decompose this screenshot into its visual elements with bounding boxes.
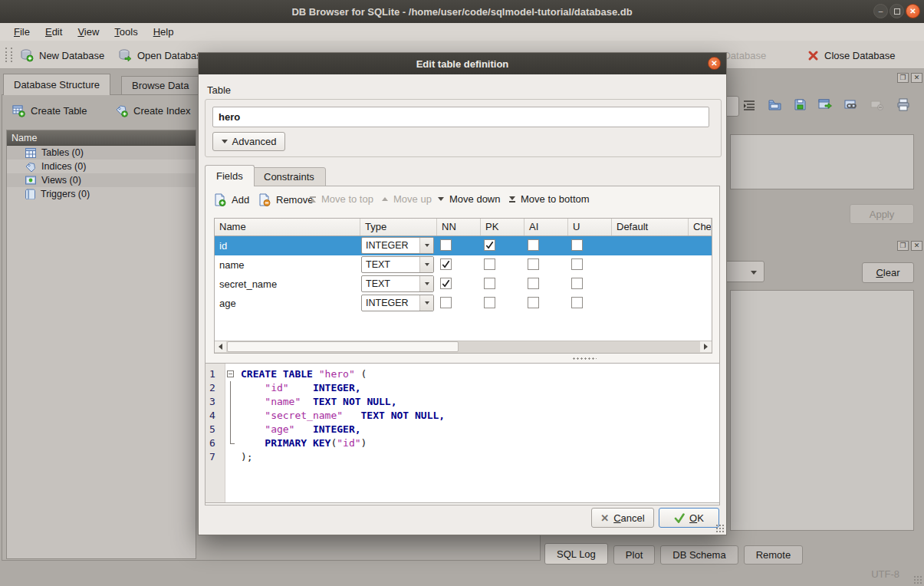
column-header-u[interactable]: U <box>568 219 612 235</box>
scroll-right-icon[interactable] <box>700 341 712 352</box>
move-to-top-button[interactable]: Move to top <box>310 193 373 205</box>
move-down-button[interactable]: Move down <box>438 193 500 205</box>
menu-view[interactable]: View <box>70 25 107 39</box>
checkbox-pk[interactable] <box>484 239 495 251</box>
dialog-titlebar[interactable]: Edit table definition ✕ <box>199 53 726 74</box>
checkbox-pk[interactable] <box>484 297 495 308</box>
tree-item-indices[interactable]: Indices (0) <box>7 160 196 173</box>
checkbox-nn[interactable] <box>440 239 452 251</box>
minimize-button[interactable]: – <box>873 4 888 18</box>
menu-edit[interactable]: Edit <box>38 25 70 39</box>
field-row-name[interactable]: nameTEXT <box>215 255 712 275</box>
import-icon[interactable] <box>768 98 782 111</box>
line-number: 2 <box>206 381 225 395</box>
scroll-left-icon[interactable] <box>215 341 226 352</box>
move-up-button[interactable]: Move up <box>382 193 432 205</box>
cancel-button[interactable]: ✕ Cancel <box>591 508 654 528</box>
tab-constraints[interactable]: Constraints <box>252 167 326 186</box>
column-header-type[interactable]: Type <box>360 219 437 235</box>
column-header-pk[interactable]: PK <box>481 219 524 235</box>
field-type-select[interactable]: INTEGER <box>361 237 434 254</box>
table-name-input[interactable]: hero <box>212 107 709 127</box>
sql-code: "name" TEXT NOT NULL, <box>237 395 397 409</box>
checkbox-ai[interactable] <box>528 278 539 289</box>
move-to-bottom-button[interactable]: Move to bottom <box>509 193 590 205</box>
tree-item-tables[interactable]: Tables (0) <box>7 146 196 160</box>
tree-item-views[interactable]: Views (0) <box>7 173 196 187</box>
field-row-secret_name[interactable]: secret_nameTEXT <box>215 275 712 294</box>
add-field-button[interactable]: Add <box>213 193 249 206</box>
column-header-nn[interactable]: NN <box>437 219 481 235</box>
checkbox-ai[interactable] <box>528 239 539 251</box>
field-type-select[interactable]: INTEGER <box>361 295 434 311</box>
dock-float-icon[interactable]: ❐ <box>897 241 909 251</box>
field-type-select[interactable]: TEXT <box>361 256 434 273</box>
toolbar-grip[interactable] <box>5 48 12 62</box>
checkbox-nn[interactable] <box>440 278 452 289</box>
create-table-button[interactable]: Create Table <box>12 104 87 117</box>
advanced-button[interactable]: Advanced <box>212 132 285 151</box>
checkbox-ai[interactable] <box>528 258 539 270</box>
remove-field-button[interactable]: Remove <box>258 193 313 206</box>
field-row-id[interactable]: idINTEGER <box>215 236 712 255</box>
menu-file[interactable]: File <box>6 25 38 39</box>
ok-button[interactable]: OK <box>659 508 719 528</box>
window-resize-grip[interactable] <box>913 575 922 584</box>
close-button[interactable]: ✕ <box>906 4 920 18</box>
menu-help[interactable]: Help <box>146 25 182 39</box>
maximize-button[interactable] <box>889 4 904 18</box>
cancel-x-icon: ✕ <box>600 513 609 523</box>
checkbox-u[interactable] <box>571 278 583 289</box>
checkbox-pk[interactable] <box>484 258 495 270</box>
set-null-icon[interactable] <box>870 100 885 110</box>
move-up-label: Move up <box>393 193 432 205</box>
clear-button[interactable]: Clear <box>862 262 914 283</box>
checkbox-u[interactable] <box>571 258 583 270</box>
checkbox-pk[interactable] <box>484 278 495 289</box>
dialog-resize-grip[interactable] <box>715 524 724 532</box>
dock-close-icon[interactable]: ✕ <box>911 73 922 83</box>
tab-database-structure[interactable]: Database Structure <box>3 74 110 95</box>
checkbox-u[interactable] <box>571 239 583 251</box>
tree-item-triggers[interactable]: Triggers (0) <box>7 187 196 201</box>
column-header-default[interactable]: Default <box>612 219 689 235</box>
sql-preview[interactable]: 1CREATE TABLE "hero" (2 "id" INTEGER,3 "… <box>205 363 720 503</box>
tab-remote[interactable]: Remote <box>744 545 804 565</box>
checkbox-ai[interactable] <box>528 297 539 308</box>
export-icon[interactable] <box>818 98 833 111</box>
field-ai-cell <box>524 275 568 294</box>
cell-edit-textarea[interactable] <box>730 134 914 189</box>
field-row-age[interactable]: ageINTEGER <box>215 294 712 313</box>
window-titlebar[interactable]: DB Browser for SQLite - /home/user/code/… <box>0 0 924 24</box>
tree-header-name[interactable]: Name <box>7 130 196 146</box>
tab-sql-log[interactable]: SQL Log <box>544 543 608 565</box>
checkbox-nn[interactable] <box>440 297 452 308</box>
column-header-name[interactable]: Name <box>215 219 360 235</box>
horizontal-scrollbar[interactable] <box>215 341 712 353</box>
text-format-icon[interactable] <box>742 99 756 111</box>
tab-fields[interactable]: Fields <box>205 165 255 186</box>
menu-tools[interactable]: Tools <box>107 25 145 39</box>
link-icon[interactable] <box>844 99 859 110</box>
print-icon[interactable] <box>896 98 910 111</box>
dialog-close-button[interactable]: ✕ <box>708 57 721 70</box>
checkbox-nn[interactable] <box>440 258 452 270</box>
field-type-select[interactable]: TEXT <box>361 275 434 292</box>
open-database-button[interactable]: Open Database <box>118 48 207 63</box>
create-index-button[interactable]: Create Index <box>115 104 190 117</box>
column-header-check[interactable]: Check <box>689 219 712 235</box>
scrollbar-thumb[interactable] <box>227 341 459 352</box>
close-database-button[interactable]: Close Database <box>807 48 896 63</box>
new-database-button[interactable]: New Database <box>20 48 104 63</box>
column-header-ai[interactable]: AI <box>524 219 568 235</box>
apply-button[interactable]: Apply <box>850 204 914 224</box>
tab-db-schema[interactable]: DB Schema <box>660 545 738 565</box>
tab-browse-data[interactable]: Browse Data <box>121 76 199 95</box>
dock-close-icon[interactable]: ✕ <box>911 241 922 251</box>
tab-plot[interactable]: Plot <box>613 545 655 565</box>
save-icon[interactable] <box>794 98 807 111</box>
sql-log-textarea[interactable] <box>730 290 914 531</box>
splitter-handle[interactable] <box>572 357 597 360</box>
checkbox-u[interactable] <box>571 297 583 308</box>
dock-float-icon[interactable]: ❐ <box>897 73 909 83</box>
